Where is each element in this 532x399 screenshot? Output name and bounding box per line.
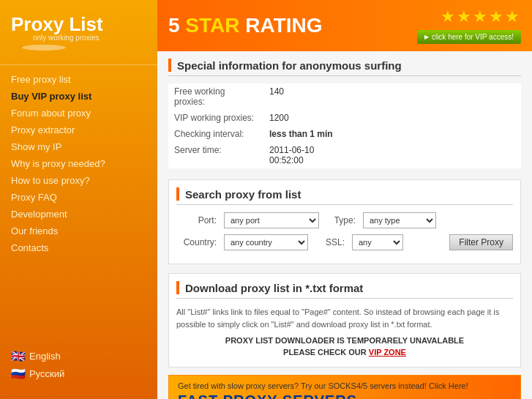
sidebar: Proxy List only working proxies Free pro…	[0, 0, 157, 399]
nav-item-how-to[interactable]: How to use proxy?	[7, 174, 150, 187]
star-rating: ★★★★★	[441, 7, 521, 26]
flag-russian: 🇷🇺	[11, 367, 26, 381]
ssl-select[interactable]: any yes no	[352, 234, 403, 250]
download-section: Download proxy list in *.txt format All …	[168, 273, 521, 368]
nav-link-buy-vip[interactable]: Buy VIP proxy list	[7, 89, 150, 103]
lang-russian-label[interactable]: Русский	[29, 368, 64, 379]
special-info-title: Special information for anonymous surfin…	[177, 59, 402, 72]
vip-access-button[interactable]: click here for VIP access!	[417, 30, 521, 44]
search-section: Search proxy from list Port: any port 80…	[168, 179, 521, 264]
section-bar-special	[168, 59, 171, 72]
country-select[interactable]: any country US UK DE	[224, 234, 308, 250]
nav-item-buy-vip[interactable]: Buy VIP proxy list	[7, 89, 150, 103]
nav-item-faq[interactable]: Proxy FAQ	[7, 190, 150, 204]
banner-right: ★★★★★ click here for VIP access!	[417, 7, 521, 44]
type-select[interactable]: any type http https socks4 socks5	[363, 212, 436, 228]
vip-zone-link[interactable]: VIP ZONE	[369, 348, 406, 357]
vip-proxies-value: 1200	[263, 110, 521, 126]
free-proxies-label: Free working proxies:	[168, 83, 263, 110]
section-bar-download	[176, 281, 179, 294]
table-row: Checking interval: less than 1 min	[168, 126, 521, 142]
port-select[interactable]: any port 80 8080 3128	[224, 212, 319, 228]
search-title: Search proxy from list	[185, 188, 301, 201]
table-row: Server time: 2011-06-10 00:52:00	[168, 142, 521, 168]
language-section: 🇬🇧 English 🇷🇺 Русский	[0, 342, 157, 392]
checking-interval-value: less than 1 min	[263, 126, 521, 142]
country-row: Country: any country US UK DE SSL: any y…	[176, 234, 513, 250]
banner-5: 5	[168, 14, 180, 37]
server-time-value: 2011-06-10 00:52:00	[263, 142, 521, 168]
banner-text: 5 STAR RATING	[168, 14, 323, 37]
nav-link-free-proxy[interactable]: Free proxy list	[7, 72, 150, 86]
banner-star: STAR	[185, 14, 239, 37]
nav-item-show-ip[interactable]: Show my IP	[7, 140, 150, 154]
download-title: Download proxy list in *.txt format	[185, 282, 363, 294]
download-header: Download proxy list in *.txt format	[176, 281, 513, 299]
port-label: Port:	[176, 215, 217, 225]
nav-link-extractor[interactable]: Proxy extractor	[7, 123, 150, 137]
main-content: 5 STAR RATING ★★★★★ click here for VIP a…	[157, 0, 532, 399]
nav-item-why-proxy[interactable]: Why is proxy needed?	[7, 157, 150, 171]
special-info-header: Special information for anonymous surfin…	[168, 59, 521, 76]
logo-title: Proxy List	[11, 15, 146, 34]
nav-item-free-proxy[interactable]: Free proxy list	[7, 72, 150, 86]
info-table: Free working proxies: 140 VIP working pr…	[168, 83, 521, 168]
nav-item-contacts[interactable]: Contacts	[7, 241, 150, 255]
nav-link-development[interactable]: Development	[7, 207, 150, 221]
nav-link-friends[interactable]: Our friends	[7, 224, 150, 238]
logo-area: Proxy List only working proxies	[0, 7, 157, 65]
checking-interval-label: Checking interval:	[168, 126, 263, 142]
nav-link-contacts[interactable]: Contacts	[7, 241, 150, 255]
content-area: Special information for anonymous surfin…	[157, 51, 532, 399]
nav-link-why-proxy[interactable]: Why is proxy needed?	[7, 157, 150, 171]
ad-line1: Get tired with slow proxy servers? Try o…	[178, 381, 512, 390]
filter-proxy-button[interactable]: Filter Proxy	[449, 234, 513, 250]
free-proxies-value: 140	[263, 83, 521, 110]
flag-english: 🇬🇧	[11, 349, 26, 363]
banner: 5 STAR RATING ★★★★★ click here for VIP a…	[157, 0, 532, 51]
type-label: Type:	[326, 215, 356, 225]
search-header: Search proxy from list	[176, 187, 513, 205]
lang-english[interactable]: 🇬🇧 English	[11, 349, 146, 363]
port-row: Port: any port 80 8080 3128 Type: any ty…	[176, 212, 513, 228]
table-row: VIP working proxies: 1200	[168, 110, 521, 126]
please-check-text: PLEASE CHECK OUR	[283, 348, 367, 357]
nav-item-extractor[interactable]: Proxy extractor	[7, 123, 150, 137]
nav-link-forum[interactable]: Forum about proxy	[7, 106, 150, 120]
ad-line2: FAST PROXY SERVERS	[178, 392, 512, 399]
table-row: Free working proxies: 140	[168, 83, 521, 110]
vip-proxies-label: VIP working proxies:	[168, 110, 263, 126]
download-description: All "List#" links link to files equal to…	[176, 306, 513, 330]
nav-item-development[interactable]: Development	[7, 207, 150, 221]
nav-item-forum[interactable]: Forum about proxy	[7, 106, 150, 120]
nav-link-show-ip[interactable]: Show my IP	[7, 140, 150, 154]
ad-banner: Get tired with slow proxy servers? Try o…	[168, 375, 521, 399]
nav-link-faq[interactable]: Proxy FAQ	[7, 190, 150, 204]
server-time-label: Server time:	[168, 142, 263, 168]
download-notice-line2: PLEASE CHECK OUR VIP ZONE	[176, 348, 513, 357]
nav-link-how-to[interactable]: How to use proxy?	[7, 174, 150, 187]
banner-rating: RATING	[245, 14, 322, 37]
nav-item-friends[interactable]: Our friends	[7, 224, 150, 238]
nav-links: Free proxy list Buy VIP proxy list Forum…	[0, 72, 157, 258]
ssl-label: SSL:	[323, 237, 345, 247]
logo-proxy: Proxy	[11, 13, 64, 35]
lang-russian[interactable]: 🇷🇺 Русский	[11, 367, 146, 381]
country-label: Country:	[176, 237, 217, 247]
logo-swoosh	[22, 45, 66, 51]
lang-english-label[interactable]: English	[29, 351, 61, 362]
section-bar-search	[176, 187, 179, 201]
download-notice-line1: PROXY LIST DOWNLOADER IS TEMPORARELY UNA…	[176, 336, 513, 345]
logo-list: List	[64, 13, 102, 35]
logo-subtitle: only working proxies	[33, 34, 146, 42]
